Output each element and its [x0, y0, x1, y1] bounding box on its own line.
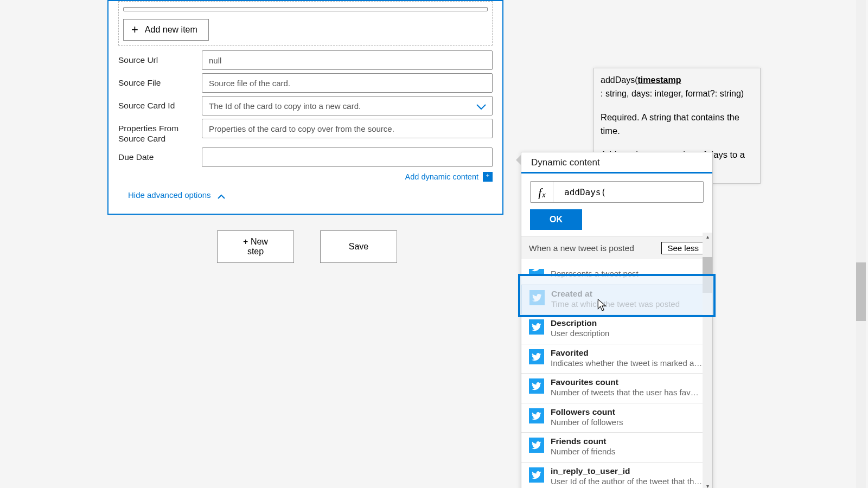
label-source-card-id: Source Card Id — [118, 96, 202, 111]
chevron-up-icon — [218, 192, 225, 197]
items-frame: + Add new item — [118, 1, 493, 46]
twitter-icon — [529, 378, 544, 394]
dynamic-content-item[interactable]: DescriptionUser description — [521, 314, 712, 344]
label-source-file: Source File — [118, 73, 202, 88]
dc-desc: Number of tweets that the user has favor… — [551, 387, 703, 398]
dc-desc: Time at which the tweet was posted — [551, 299, 680, 310]
add-item-label: Add new item — [145, 25, 197, 35]
input-source-url[interactable] — [202, 50, 493, 70]
tab-dynamic-content[interactable]: Dynamic content — [521, 152, 712, 174]
dynamic-content-item[interactable]: Friends countNumber of friends — [521, 433, 712, 463]
dynamic-content-item[interactable]: Created atTime at which the tweet was po… — [521, 285, 712, 315]
row-due-date: Due Date — [118, 146, 493, 169]
expression-input-bar: fx addDays( — [530, 181, 704, 203]
dc-title: body — [551, 259, 639, 268]
add-dynamic-content-link[interactable]: Add dynamic content ⁺ — [405, 172, 493, 182]
footer-buttons: + New step Save — [217, 230, 397, 263]
save-button[interactable]: Save — [320, 230, 397, 263]
dc-desc: Number of followers — [551, 417, 623, 428]
twitter-icon — [529, 349, 544, 364]
scroll-up-icon[interactable]: ▴ — [704, 234, 711, 241]
twitter-icon — [529, 260, 544, 275]
twitter-icon — [529, 438, 544, 453]
dynamic-content-item[interactable]: FavoritedIndicates whether the tweet is … — [521, 344, 712, 374]
dynamic-content-panel: Dynamic content fx addDays( OK When a ne… — [521, 152, 713, 488]
twitter-icon — [529, 290, 545, 305]
dc-title: in_reply_to_user_id — [551, 466, 703, 476]
page-scroll-thumb[interactable] — [856, 262, 866, 321]
source-title: When a new tweet is posted — [529, 243, 634, 253]
dc-title: Description — [551, 318, 609, 328]
dc-desc: Indicates whether the tweet is marked as… — [551, 358, 703, 369]
dynamic-content-item[interactable]: Favourites countNumber of tweets that th… — [521, 374, 712, 403]
tooltip-signature: addDays(timestamp: string, days: integer… — [601, 74, 754, 101]
scroll-down-icon[interactable]: ▾ — [704, 483, 711, 488]
row-source-card-id: Source Card Id — [118, 94, 493, 117]
page-scrollbar[interactable] — [856, 0, 866, 488]
items-input-collapsed[interactable] — [123, 7, 488, 11]
dc-title: Favorited — [551, 348, 703, 358]
dynamic-content-item[interactable]: Followers countNumber of followers — [521, 403, 712, 433]
dynamic-content-item[interactable]: in_reply_to_user_idUser Id of the author… — [521, 463, 712, 489]
dynamic-content-item[interactable]: bodyRepresents a tweet post — [521, 255, 712, 285]
fx-icon: fx — [531, 182, 553, 202]
twitter-icon — [529, 467, 544, 483]
hide-advanced-options-link[interactable]: Hide advanced options — [118, 187, 225, 206]
row-props-from-source: Properties From Source Card — [118, 117, 493, 146]
dc-desc: Number of friends — [551, 446, 615, 457]
add-dynamic-expand-icon: ⁺ — [483, 172, 493, 182]
hide-advanced-label: Hide advanced options — [128, 190, 211, 200]
dc-title: Created at — [551, 289, 680, 299]
plus-icon: + — [131, 24, 138, 36]
see-less-button[interactable]: See less — [661, 242, 705, 254]
twitter-icon — [529, 408, 544, 423]
dynamic-content-list: bodyRepresents a tweet postCreated atTim… — [521, 255, 712, 488]
dc-title: Followers count — [551, 407, 623, 417]
panel-scroll-thumb[interactable] — [703, 257, 712, 293]
dc-desc: User Id of the author of the tweet that … — [551, 476, 703, 487]
add-dynamic-row: Add dynamic content ⁺ — [118, 169, 493, 187]
expression-input[interactable]: addDays( — [553, 187, 606, 197]
input-source-file[interactable] — [202, 73, 493, 93]
mouse-cursor — [597, 298, 609, 314]
input-props-from-source[interactable] — [202, 119, 493, 138]
row-source-file: Source File — [118, 72, 493, 94]
panel-scrollbar[interactable]: ▴ ▾ — [703, 233, 712, 488]
tooltip-body-1: Required. A string that contains the tim… — [601, 111, 754, 138]
ok-button[interactable]: OK — [530, 209, 582, 230]
dc-desc: User description — [551, 328, 609, 339]
add-new-item-button[interactable]: + Add new item — [123, 19, 209, 41]
add-dynamic-label: Add dynamic content — [405, 172, 478, 181]
input-source-card-id[interactable] — [202, 96, 493, 115]
label-source-url: Source Url — [118, 50, 202, 65]
chevron-down-icon[interactable] — [476, 102, 486, 109]
action-card: + Add new item Source Url Source File So… — [107, 0, 503, 215]
input-due-date[interactable] — [202, 147, 493, 167]
label-props-from-source: Properties From Source Card — [118, 119, 202, 144]
twitter-icon — [529, 319, 544, 335]
dc-title: Friends count — [551, 436, 615, 446]
new-step-button[interactable]: + New step — [217, 230, 294, 263]
dc-desc: Represents a tweet post — [551, 268, 639, 279]
label-due-date: Due Date — [118, 147, 202, 162]
row-source-url: Source Url — [118, 49, 493, 72]
dc-title: Favourites count — [551, 377, 703, 387]
